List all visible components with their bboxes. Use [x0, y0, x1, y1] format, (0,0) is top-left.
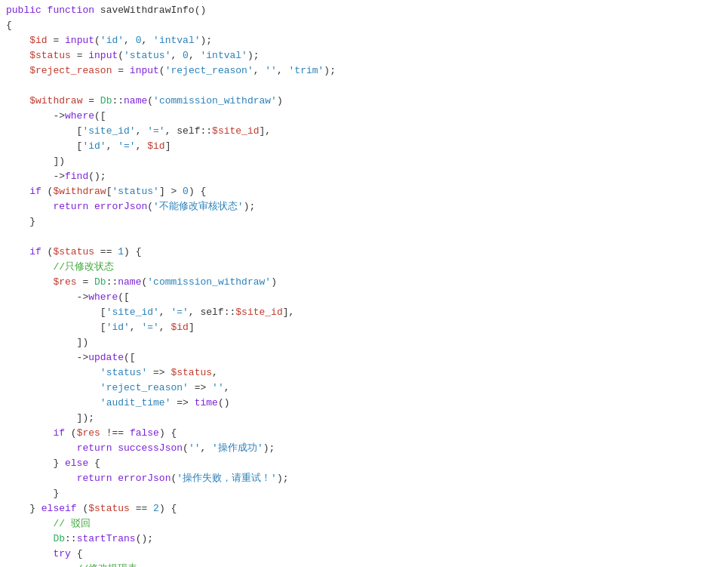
token-plain: ->	[6, 171, 65, 182]
token-fn: startTrans	[77, 533, 136, 544]
token-num: 0	[183, 50, 189, 61]
token-plain	[6, 473, 77, 484]
code-content: {	[6, 18, 722, 33]
token-fn: where	[88, 291, 118, 303]
token-plain	[6, 35, 29, 46]
code-line: public function saveWithdrawInfo()	[0, 3, 728, 18]
token-num: 0	[183, 186, 189, 197]
token-var: $status	[29, 50, 71, 61]
token-fn: errorJson	[118, 473, 170, 484]
code-line: $status = input('status', 0, 'intval');	[0, 48, 728, 63]
code-content: //修改提现表	[6, 562, 722, 567]
code-line: ])	[0, 154, 728, 169]
token-plain: ::	[106, 276, 118, 288]
code-line: return errorJson('操作失败，请重试！');	[0, 471, 728, 486]
token-fn: update	[88, 352, 124, 363]
token-plain: ,	[136, 125, 148, 137]
token-kw: return	[53, 201, 94, 212]
token-str: 'status'	[100, 367, 147, 378]
token-plain: ,	[170, 50, 183, 61]
token-str: 'intval'	[201, 50, 247, 61]
code-content: } elseif ($status == 2) {	[6, 501, 722, 516]
code-content: return successJson('', '操作成功');	[6, 441, 722, 456]
token-str: 'commission_withdraw'	[147, 276, 271, 288]
code-line	[0, 79, 728, 94]
code-content: ->find();	[6, 169, 722, 184]
token-kw: return	[77, 442, 118, 454]
token-var: $status	[170, 367, 212, 378]
code-line: } else {	[0, 456, 728, 471]
code-line: return successJson('', '操作成功');	[0, 441, 728, 456]
code-content: $status = input('status', 0, 'intval');	[6, 48, 722, 63]
token-kw: if	[6, 246, 48, 257]
code-line	[0, 230, 728, 245]
token-var: $status	[53, 246, 94, 257]
token-plain: {	[88, 458, 100, 469]
code-line: // 驳回	[0, 516, 728, 532]
token-plain: {	[71, 548, 83, 559]
code-line: ['site_id', '=', self::$site_id],	[0, 124, 728, 139]
token-plain: ::	[65, 533, 77, 544]
code-line: //修改提现表	[0, 562, 728, 567]
code-line: if ($res !== false) {	[0, 426, 728, 441]
code-line: ->where([	[0, 290, 728, 305]
token-plain: ->	[6, 291, 88, 303]
code-line: 'reject_reason' => '',	[0, 381, 728, 396]
token-plain: =>	[147, 367, 170, 378]
token-var: $reject_reason	[29, 65, 112, 76]
token-plain	[6, 201, 53, 212]
token-plain	[6, 50, 29, 61]
code-content: public function saveWithdrawInfo()	[6, 3, 722, 18]
token-plain: =	[112, 65, 129, 76]
token-cn: Db	[53, 533, 65, 544]
code-content: try {	[6, 547, 722, 562]
token-plain: =	[71, 50, 88, 61]
code-line: 'status' => $status,	[0, 365, 728, 381]
token-plain: [	[6, 307, 106, 318]
token-kw: try	[6, 548, 71, 559]
code-content: $reject_reason = input('reject_reason', …	[6, 63, 722, 79]
code-content: if ($withdraw['status'] > 0) {	[6, 184, 722, 199]
code-line: } elseif ($status == 2) {	[0, 501, 728, 516]
token-kw: false	[130, 427, 159, 439]
code-content: 'status' => $status,	[6, 365, 722, 381]
code-line: //只修改状态	[0, 260, 728, 275]
token-plain: (	[183, 442, 189, 454]
token-plain: saveWithdrawInfo()	[100, 5, 206, 16]
code-line: try {	[0, 547, 728, 562]
token-var: $withdraw	[29, 95, 82, 106]
code-line: ->update([	[0, 350, 728, 365]
token-plain: ] >	[159, 186, 183, 197]
token-cn: Db	[94, 276, 106, 288]
token-plain: =>	[189, 382, 212, 393]
token-plain: ) {	[159, 503, 177, 514]
token-str: '不能修改审核状态'	[153, 201, 244, 212]
token-plain: ])	[6, 337, 88, 348]
token-str: 'id'	[106, 322, 130, 333]
token-fn: find	[65, 171, 88, 182]
token-plain	[6, 95, 29, 106]
code-content: Db::startTrans();	[6, 532, 722, 547]
token-plain: ) {	[159, 427, 177, 439]
token-plain: =	[48, 35, 65, 46]
code-line: ['id', '=', $id]	[0, 139, 728, 154]
code-content: return errorJson('不能修改审核状态');	[6, 199, 722, 214]
token-kw: elseif	[41, 503, 77, 514]
code-content: ->where([	[6, 290, 722, 305]
token-plain: (	[77, 503, 89, 514]
code-content: ->update([	[6, 350, 722, 365]
token-kw: if	[6, 427, 71, 439]
token-fn: input	[130, 65, 159, 76]
token-fn: name	[118, 276, 141, 288]
token-plain: ,	[189, 307, 201, 318]
token-str: 'id'	[82, 140, 106, 152]
code-line: if ($status == 1) {	[0, 245, 728, 260]
code-content: ['site_id', '=', self::$site_id],	[6, 124, 722, 139]
token-plain	[6, 442, 77, 454]
token-plain: ([	[94, 110, 106, 122]
token-fn: input	[88, 50, 118, 61]
code-content: $withdraw = Db::name('commission_withdra…	[6, 94, 722, 109]
token-plain: );	[201, 35, 213, 46]
token-plain: (	[147, 201, 153, 212]
token-plain: ) {	[189, 186, 206, 197]
